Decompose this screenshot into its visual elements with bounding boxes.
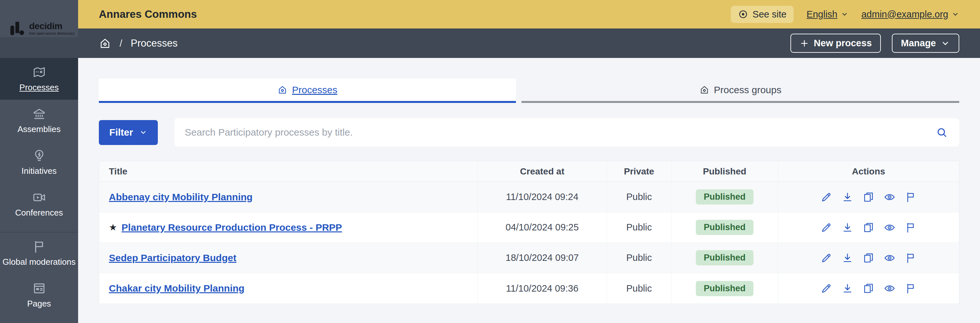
home-gear-icon	[699, 85, 710, 95]
tab-bar: Processes Process groups	[99, 79, 959, 103]
status-badge: Published	[696, 189, 753, 204]
sidebar-item-label: Global moderations	[3, 257, 75, 267]
logo-tagline: free open-source democracy	[29, 32, 75, 35]
edit-pencil-icon[interactable]	[821, 252, 832, 264]
sidebar-item-initiatives[interactable]: Initiatives	[0, 141, 78, 183]
logo-block: decidim free open-source democracy	[0, 0, 78, 37]
decidim-logo: decidim free open-source democracy	[10, 22, 75, 35]
sidebar-item-label: Processes	[19, 82, 59, 93]
breadcrumb-separator: /	[119, 38, 122, 49]
table-header-row: Title Created at Private Published Actio…	[99, 161, 959, 182]
duplicate-icon[interactable]	[863, 252, 874, 264]
moderation-flag-icon[interactable]	[905, 191, 916, 203]
chevron-down-icon	[940, 38, 950, 48]
duplicate-icon[interactable]	[863, 283, 874, 294]
sidebar-strip	[0, 37, 78, 58]
process-title-link[interactable]: Sedep Participatory Budget	[109, 252, 236, 263]
subbar: / Processes New process Manage	[78, 28, 980, 58]
language-label: English	[807, 9, 837, 20]
language-dropdown[interactable]: English	[807, 9, 848, 20]
column-header-title: Title	[99, 161, 477, 182]
home-gear-icon	[277, 85, 288, 95]
column-header-published: Published	[671, 161, 778, 182]
preview-eye-icon[interactable]	[884, 191, 896, 203]
status-badge: Published	[696, 220, 753, 235]
bank-icon	[32, 107, 46, 121]
manage-button[interactable]: Manage	[892, 34, 959, 53]
search-input[interactable]	[174, 118, 959, 147]
filter-label: Filter	[109, 127, 133, 138]
preview-eye-icon[interactable]	[884, 283, 896, 294]
sidebar-item-label: Pages	[27, 299, 51, 309]
preview-eye-icon[interactable]	[884, 252, 896, 264]
download-icon[interactable]	[842, 252, 853, 264]
sidebar-item-conferences[interactable]: Conferences	[0, 183, 78, 225]
sidebar-item-assemblies[interactable]: Assemblies	[0, 100, 78, 141]
edit-pencil-icon[interactable]	[821, 283, 832, 294]
logo-brand: decidim	[29, 22, 75, 31]
decidim-logo-icon	[10, 22, 27, 35]
download-icon[interactable]	[842, 191, 853, 203]
admin-sidebar: decidim free open-source democracy Proce…	[0, 0, 78, 323]
new-process-button[interactable]: New process	[791, 34, 881, 53]
site-title: Annares Commons	[99, 8, 197, 21]
status-badge: Published	[696, 250, 753, 265]
created-at-value: 11/10/2024 09:24	[506, 192, 579, 202]
moderation-flag-icon[interactable]	[905, 252, 916, 264]
sidebar-item-label: Assemblies	[18, 124, 60, 134]
process-title-link[interactable]: Chakar city Mobility Planning	[109, 283, 244, 294]
sidebar-item-global-moderations[interactable]: Global moderations	[0, 233, 78, 274]
private-value: Public	[627, 252, 652, 263]
chevron-down-icon	[951, 10, 959, 18]
download-icon[interactable]	[842, 222, 853, 233]
column-header-created-at: Created at	[477, 161, 607, 182]
sidebar-item-processes[interactable]: Processes	[0, 58, 78, 100]
see-site-eye-icon	[738, 9, 748, 19]
edit-pencil-icon[interactable]	[821, 222, 832, 233]
private-value: Public	[627, 222, 652, 233]
moderation-flag-icon[interactable]	[905, 283, 916, 294]
sidebar-item-pages[interactable]: Pages	[0, 274, 78, 316]
table-row: Sedep Participatory Budget 18/10/2024 09…	[99, 243, 959, 273]
preview-eye-icon[interactable]	[884, 222, 896, 233]
see-site-label: See site	[752, 9, 786, 20]
filter-button[interactable]: Filter	[99, 120, 158, 145]
tab-process-groups[interactable]: Process groups	[522, 79, 959, 103]
created-at-value: 11/10/2024 09:36	[506, 283, 579, 294]
flag-icon	[32, 239, 46, 254]
process-title-link[interactable]: Abbenay city Mobility Planning	[109, 192, 253, 203]
created-at-value: 18/10/2024 09:07	[506, 252, 579, 263]
plus-icon	[800, 38, 809, 48]
topbar: Annares Commons See site English admin@e…	[78, 0, 980, 28]
breadcrumb: / Processes	[99, 37, 178, 49]
see-site-button[interactable]: See site	[731, 6, 794, 23]
process-title-link[interactable]: Planetary Resource Production Process - …	[121, 222, 342, 233]
tab-processes[interactable]: Processes	[99, 79, 516, 103]
private-value: Public	[627, 192, 652, 202]
search-icon[interactable]	[936, 127, 948, 138]
duplicate-icon[interactable]	[863, 191, 874, 203]
video-icon	[32, 190, 46, 204]
chevron-down-icon	[139, 128, 148, 136]
sidebar-item-label: Conferences	[15, 208, 63, 218]
lightbulb-icon	[32, 149, 46, 163]
moderation-flag-icon[interactable]	[905, 222, 916, 233]
table-row: Abbenay city Mobility Planning 11/10/202…	[99, 182, 959, 212]
new-process-label: New process	[814, 38, 872, 49]
status-badge: Published	[696, 281, 753, 296]
star-icon: ★	[109, 222, 117, 233]
pages-icon	[32, 281, 46, 296]
tab-label: Process groups	[714, 84, 781, 95]
manage-label: Manage	[901, 38, 936, 49]
map-icon	[32, 65, 46, 79]
edit-pencil-icon[interactable]	[821, 191, 832, 203]
sidebar-item-label: Initiatives	[21, 166, 56, 176]
main-content: Processes Process groups Filter Title Cr…	[78, 58, 980, 323]
download-icon[interactable]	[842, 283, 853, 294]
account-dropdown[interactable]: admin@example.org	[861, 9, 959, 20]
home-gear-icon[interactable]	[99, 37, 111, 49]
table-row: Chakar city Mobility Planning 11/10/2024…	[99, 273, 959, 304]
column-header-actions: Actions	[778, 161, 959, 182]
tab-label: Processes	[292, 84, 337, 95]
duplicate-icon[interactable]	[863, 222, 874, 233]
